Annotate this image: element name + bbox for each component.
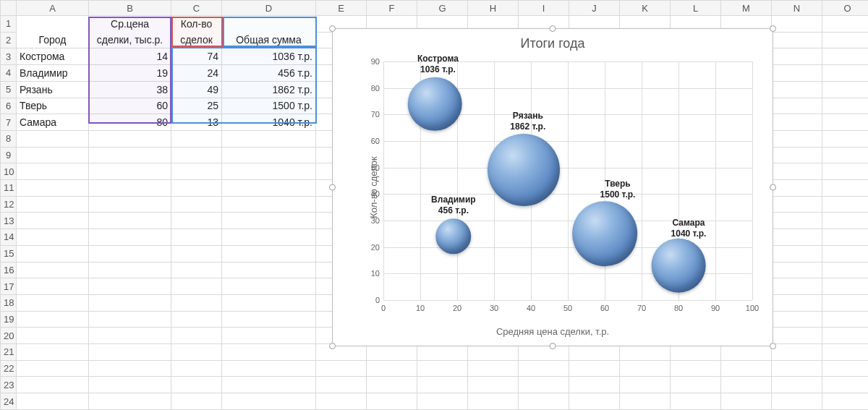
cell-O9[interactable] (822, 147, 869, 163)
cell-D1[interactable] (222, 16, 316, 33)
bubble-Рязань[interactable] (488, 134, 560, 206)
cell-A9[interactable] (17, 147, 89, 163)
cell-B5[interactable]: 38 (89, 81, 171, 98)
cell-N19[interactable] (772, 311, 822, 328)
cell-C21[interactable] (171, 344, 222, 361)
chart-handle-nw[interactable] (329, 25, 336, 32)
cell-B22[interactable] (89, 360, 171, 377)
cell-C12[interactable] (171, 196, 222, 213)
chart-handle-sw[interactable] (329, 343, 336, 349)
row-header-24[interactable]: 24 (1, 393, 17, 410)
row-header-9[interactable]: 9 (1, 147, 17, 163)
cell-D22[interactable] (222, 360, 316, 377)
cell-A5[interactable]: Рязань (17, 81, 89, 98)
cell-A12[interactable] (17, 196, 89, 213)
cell-O17[interactable] (822, 278, 869, 295)
cell-D19[interactable] (222, 311, 316, 328)
cell-H22[interactable] (468, 360, 519, 377)
cell-D14[interactable] (222, 229, 316, 246)
cell-N6[interactable] (772, 98, 822, 114)
cell-N22[interactable] (772, 360, 822, 377)
cell-J23[interactable] (569, 377, 620, 393)
chart-handle-w[interactable] (329, 184, 336, 191)
cell-J22[interactable] (569, 360, 620, 377)
row-header-7[interactable]: 7 (1, 114, 17, 131)
cell-B19[interactable] (89, 311, 171, 328)
row-header-14[interactable]: 14 (1, 229, 17, 246)
cell-N12[interactable] (772, 196, 822, 213)
cell-A3[interactable]: Кострома (17, 48, 89, 65)
cell-B20[interactable] (89, 328, 171, 344)
cell-N13[interactable] (772, 213, 822, 229)
cell-N16[interactable] (772, 262, 822, 278)
cell-O2[interactable] (822, 32, 869, 48)
cell-B8[interactable] (89, 130, 171, 147)
row-header-10[interactable]: 10 (1, 163, 17, 180)
cell-C15[interactable] (171, 245, 222, 262)
cell-A8[interactable] (17, 130, 89, 147)
plot-area[interactable]: 0102030405060708090010203040506070809010… (383, 61, 752, 300)
col-header-J[interactable]: J (569, 1, 620, 16)
cell-N17[interactable] (772, 278, 822, 295)
cell-A22[interactable] (17, 360, 89, 377)
row-header-15[interactable]: 15 (1, 245, 17, 262)
cell-C1[interactable]: Кол-во (171, 16, 222, 33)
row-header-20[interactable]: 20 (1, 328, 17, 344)
bubble-Владимир[interactable] (435, 218, 471, 254)
col-header-B[interactable]: B (89, 1, 171, 16)
cell-G23[interactable] (417, 377, 468, 393)
cell-A15[interactable] (17, 245, 89, 262)
cell-A13[interactable] (17, 213, 89, 229)
cell-N11[interactable] (772, 180, 822, 197)
select-all-corner[interactable] (1, 1, 17, 16)
cell-D8[interactable] (222, 130, 316, 147)
chart-object[interactable]: Итоги года Кол-во сделок Средняя цена сд… (332, 28, 773, 346)
cell-B6[interactable]: 60 (89, 98, 171, 114)
cell-D5[interactable]: 1862 т.р. (222, 81, 316, 98)
cell-C18[interactable] (171, 294, 222, 311)
row-header-17[interactable]: 17 (1, 278, 17, 295)
cell-D11[interactable] (222, 180, 316, 197)
cell-F22[interactable] (367, 360, 417, 377)
cell-B17[interactable] (89, 278, 171, 295)
cell-B9[interactable] (89, 147, 171, 163)
cell-B13[interactable] (89, 213, 171, 229)
cell-B10[interactable] (89, 163, 171, 180)
cell-N5[interactable] (772, 81, 822, 98)
cell-F23[interactable] (367, 377, 417, 393)
col-header-C[interactable]: C (171, 1, 222, 16)
cell-A1[interactable] (17, 16, 89, 33)
cell-M23[interactable] (721, 377, 772, 393)
cell-O3[interactable] (822, 48, 869, 65)
row-header-11[interactable]: 11 (1, 180, 17, 197)
cell-L24[interactable] (671, 393, 721, 410)
cell-C2[interactable]: сделок (171, 32, 222, 48)
cell-D18[interactable] (222, 294, 316, 311)
bubble-Кострома[interactable] (408, 77, 462, 131)
cell-O23[interactable] (822, 377, 869, 393)
cell-A17[interactable] (17, 278, 89, 295)
col-header-F[interactable]: F (367, 1, 417, 16)
col-header-K[interactable]: K (620, 1, 671, 16)
cell-N14[interactable] (772, 229, 822, 246)
chart-handle-n[interactable] (550, 25, 556, 32)
cell-C7[interactable]: 13 (171, 114, 222, 131)
cell-B2[interactable]: сделки, тыс.р. (89, 32, 171, 48)
cell-B18[interactable] (89, 294, 171, 311)
col-header-H[interactable]: H (468, 1, 519, 16)
cell-O24[interactable] (822, 393, 869, 410)
cell-O10[interactable] (822, 163, 869, 180)
cell-O19[interactable] (822, 311, 869, 328)
row-header-21[interactable]: 21 (1, 344, 17, 361)
cell-C20[interactable] (171, 328, 222, 344)
cell-C17[interactable] (171, 278, 222, 295)
row-header-23[interactable]: 23 (1, 377, 17, 393)
cell-N18[interactable] (772, 294, 822, 311)
chart-handle-ne[interactable] (770, 25, 776, 32)
chart-title[interactable]: Итоги года (333, 29, 773, 51)
col-header-E[interactable]: E (316, 1, 367, 16)
chart-handle-e[interactable] (770, 184, 776, 191)
row-header-18[interactable]: 18 (1, 294, 17, 311)
cell-A10[interactable] (17, 163, 89, 180)
row-header-13[interactable]: 13 (1, 213, 17, 229)
